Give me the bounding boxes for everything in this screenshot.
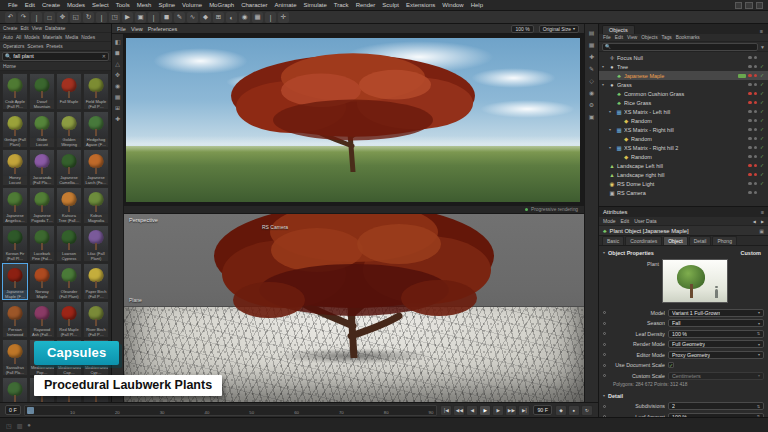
- toolbar-icon[interactable]: |: [96, 12, 107, 23]
- asset-filter-tab[interactable]: Nodes: [81, 35, 95, 40]
- menu-item[interactable]: MoGraph: [206, 2, 237, 8]
- toolbar-icon[interactable]: |: [265, 12, 276, 23]
- asset-tile[interactable]: Globe Locust (Fall…: [29, 111, 55, 148]
- render-visibility-dot[interactable]: [754, 74, 758, 78]
- object-menu-item[interactable]: View: [627, 35, 637, 40]
- toolbar-icon[interactable]: ▶: [122, 12, 133, 23]
- current-frame-marker[interactable]: [27, 407, 34, 414]
- keyframe-dot[interactable]: [603, 311, 606, 314]
- object-tree-row[interactable]: ♣ Japanese Maple ✓: [599, 71, 768, 80]
- dock-icon[interactable]: ▦: [589, 42, 595, 48]
- object-menu-item[interactable]: Tags: [662, 35, 672, 40]
- object-name[interactable]: Tree: [617, 64, 736, 70]
- clear-search-icon[interactable]: ✕: [102, 53, 106, 59]
- attribute-tab[interactable]: Object: [663, 236, 687, 245]
- keyframe-dot[interactable]: [603, 364, 606, 367]
- mode-tool-icon[interactable]: ⊞: [115, 105, 120, 111]
- asset-tile[interactable]: Field Maple (Fall P…: [83, 73, 109, 110]
- object-tree-row[interactable]: ♣ Rice Grass ✓: [599, 98, 768, 107]
- asset-filter-tab[interactable]: Media: [65, 35, 78, 40]
- menu-item[interactable]: Volume: [179, 2, 205, 8]
- next-key-button[interactable]: ▶▶: [505, 405, 517, 416]
- object-tree-row[interactable]: ◆ Random ✓: [599, 116, 768, 125]
- object-name[interactable]: Landscape Left hill: [617, 163, 736, 169]
- render-visibility-dot[interactable]: [754, 155, 758, 159]
- dock-icon[interactable]: ▣: [589, 114, 595, 120]
- asset-filter-tab[interactable]: Presets: [46, 44, 62, 49]
- editor-visibility-dot[interactable]: [748, 164, 752, 168]
- object-tree-row[interactable]: ◆ Random ✓: [599, 134, 768, 143]
- material-tag[interactable]: [738, 119, 746, 123]
- plant-preview-image[interactable]: [662, 259, 728, 303]
- material-tag[interactable]: [738, 182, 746, 186]
- asset-tile[interactable]: Katsura Tree (Fall…: [56, 187, 82, 224]
- editor-visibility-dot[interactable]: [748, 173, 752, 177]
- custom-button[interactable]: Custom: [738, 250, 764, 256]
- object-tree-row[interactable]: ▾ ▦ XS Matrix - Left hill ✓: [599, 107, 768, 116]
- asset-menu-item[interactable]: Database: [45, 26, 66, 31]
- asset-tile[interactable]: Jacaranda (Fall Pla…: [29, 149, 55, 186]
- menu-item[interactable]: Character: [238, 2, 270, 8]
- editor-visibility-dot[interactable]: [748, 92, 752, 96]
- toolbar-icon[interactable]: ▦: [252, 12, 263, 23]
- editor-visibility-dot[interactable]: [748, 119, 752, 123]
- asset-menu-item[interactable]: Edit: [20, 26, 28, 31]
- editor-visibility-dot[interactable]: [748, 191, 752, 195]
- zoom-level[interactable]: 100 %: [511, 25, 533, 33]
- status-icon[interactable]: ◳: [6, 422, 12, 429]
- asset-tile[interactable]: Fall Maple: [56, 73, 82, 110]
- dock-icon[interactable]: ◇: [589, 78, 594, 84]
- render-visibility-dot[interactable]: [754, 101, 758, 105]
- render-visibility-dot[interactable]: [754, 128, 758, 132]
- object-name[interactable]: XS Matrix - Right hill: [624, 127, 736, 133]
- filter-icon[interactable]: ▼: [760, 44, 765, 50]
- render-visibility-dot[interactable]: [754, 83, 758, 87]
- mode-tool-icon[interactable]: ◉: [115, 83, 120, 89]
- render-visibility-dot[interactable]: [754, 119, 758, 123]
- render-visibility-dot[interactable]: [754, 191, 758, 195]
- spinner-icon[interactable]: ⇅: [757, 404, 760, 409]
- nav-forward-icon[interactable]: ▶: [761, 219, 764, 224]
- material-tag[interactable]: [738, 146, 746, 150]
- toolbar-icon[interactable]: ◆: [200, 12, 211, 23]
- status-icon[interactable]: ▥: [17, 422, 23, 429]
- menu-item[interactable]: Extensions: [403, 2, 438, 8]
- menu-item[interactable]: Tools: [113, 2, 133, 8]
- material-tag[interactable]: [738, 83, 746, 87]
- material-tag[interactable]: [738, 191, 746, 195]
- size-mode-dropdown[interactable]: Original Size▾: [539, 25, 579, 33]
- enable-checkmark[interactable]: ✓: [759, 181, 765, 186]
- enable-checkmark[interactable]: ✓: [759, 100, 765, 105]
- spinner-icon[interactable]: ⇅: [757, 331, 760, 336]
- asset-tile[interactable]: Japanese Pagoda T…: [29, 187, 55, 224]
- mode-tool-icon[interactable]: ▦: [115, 94, 121, 100]
- asset-tile[interactable]: Paper Birch (Fall P…: [83, 263, 109, 300]
- toolbar-icon[interactable]: ◼: [161, 12, 172, 23]
- object-name[interactable]: XS Matrix - Left hill: [624, 109, 736, 115]
- material-tag[interactable]: [738, 164, 746, 168]
- mode-tool-icon[interactable]: ◧: [115, 39, 121, 45]
- object-name[interactable]: RS Dome Light: [617, 181, 736, 187]
- keyframe-dot[interactable]: [603, 332, 606, 335]
- asset-tile[interactable]: Lacebark Pine (Fal…: [29, 225, 55, 262]
- asset-tile[interactable]: Korean Fir (Fall Pl…: [2, 225, 28, 262]
- nav-back-icon[interactable]: ◀: [753, 219, 756, 224]
- material-tag[interactable]: [738, 110, 746, 114]
- material-tag[interactable]: [738, 56, 746, 60]
- expand-arrow-icon[interactable]: ▾: [602, 82, 607, 87]
- asset-filter-tab[interactable]: All: [16, 35, 21, 40]
- material-tag[interactable]: [738, 173, 746, 177]
- loop-button[interactable]: ↻: [581, 405, 593, 416]
- asset-tile[interactable]: River Birch (Fall P…: [83, 301, 109, 338]
- mode-tool-icon[interactable]: ✥: [115, 72, 120, 78]
- status-icon[interactable]: ●: [27, 422, 31, 428]
- object-name[interactable]: XS Matrix - Right hill 2: [624, 145, 736, 151]
- enable-checkmark[interactable]: ✓: [759, 172, 765, 177]
- asset-tile[interactable]: Japanese Angelica…: [2, 187, 28, 224]
- menu-item[interactable]: Spline: [155, 2, 178, 8]
- asset-filter-tab[interactable]: Models: [24, 35, 39, 40]
- object-name[interactable]: Random: [631, 154, 736, 160]
- leaf-density-field[interactable]: 100 %⇅: [668, 330, 764, 338]
- asset-menu-item[interactable]: Create: [3, 26, 17, 31]
- play-button[interactable]: ▶: [479, 405, 491, 416]
